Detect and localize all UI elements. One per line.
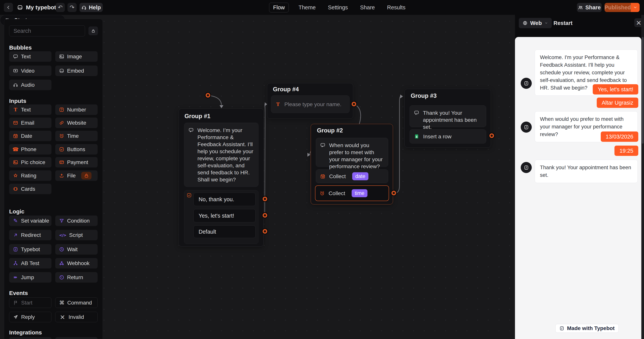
tab-share[interactable]: Share <box>358 3 377 12</box>
block-item-return[interactable]: Return <box>55 272 98 282</box>
group-2-title: Group #2 <box>317 127 343 134</box>
group-1-buttons-block[interactable]: No, thank you. Yes, let's start! Default <box>184 190 258 244</box>
block-item-jump[interactable]: Jump <box>9 272 52 282</box>
block-item-rating[interactable]: Rating <box>9 170 52 181</box>
help-button[interactable]: Help <box>80 3 103 12</box>
block-item-pic-choice[interactable]: Pic choice <box>9 157 52 168</box>
block-item-file[interactable]: File <box>55 170 98 181</box>
block-item-ab-test[interactable]: AB Test <box>9 258 52 268</box>
chat-bubble-icon <box>188 128 194 133</box>
google-sheets-icon <box>414 134 419 139</box>
tab-settings[interactable]: Settings <box>326 3 350 12</box>
search-input[interactable] <box>9 25 85 36</box>
user-reply: Altar Ugrasiz <box>597 98 638 108</box>
connection-dot-choice-3[interactable] <box>263 229 267 234</box>
group-2-message: When would you prefer to meet with your … <box>329 142 384 170</box>
group-3-message: Thank you! Your appointment has been set… <box>423 110 482 130</box>
block-item-condition[interactable]: Condition <box>55 216 98 226</box>
event-item-reply[interactable]: Reply <box>9 312 52 322</box>
block-item-time[interactable]: Time <box>55 131 98 141</box>
block-item-text-input[interactable]: TText <box>9 104 52 115</box>
block-item-email[interactable]: Email <box>9 118 52 128</box>
block-item-website[interactable]: Website <box>55 118 98 128</box>
group-1-title: Group #1 <box>184 113 210 120</box>
undo-icon: ↶ <box>57 4 63 10</box>
video-icon <box>13 68 18 73</box>
group-3[interactable]: Group #3 Thank you! Your appointment has… <box>404 89 491 148</box>
block-item-number[interactable]: Number <box>55 104 98 115</box>
command-icon: ⌘ <box>59 300 64 305</box>
chat-bubble-icon <box>320 142 325 148</box>
connection-dot-choice-2[interactable] <box>263 213 267 218</box>
tab-theme[interactable]: Theme <box>296 3 318 12</box>
typebot-name: My typebot <box>26 0 56 15</box>
flag-icon <box>13 300 18 305</box>
block-item-embed[interactable]: Embed <box>55 66 98 76</box>
block-item-set-variable[interactable]: ✎Set variable <box>9 216 52 226</box>
scrollbar-thumb[interactable] <box>642 37 644 144</box>
published-button[interactable]: Published <box>604 3 631 12</box>
clock-icon <box>59 247 64 252</box>
connection-dot-group-3[interactable] <box>490 134 494 138</box>
publish-dropdown-button[interactable] <box>631 3 640 12</box>
sidebar-lock-button[interactable] <box>88 26 98 35</box>
tab-flow[interactable]: Flow <box>269 3 289 12</box>
block-item-typebot[interactable]: Typebot <box>9 244 52 254</box>
group-2-time-block[interactable]: Collecttime <box>315 186 389 201</box>
choice-item[interactable]: Default <box>194 226 256 238</box>
block-item-wait[interactable]: Wait <box>55 244 98 254</box>
block-item-integration[interactable] <box>55 337 98 339</box>
tab-results[interactable]: Results <box>384 3 408 12</box>
help-label: Help <box>89 4 101 11</box>
section-logic: Logic <box>9 208 24 215</box>
group-1[interactable]: Group #1 Welcome. I’m your Performance &… <box>178 108 264 246</box>
collect-time-label: Collect <box>328 190 345 196</box>
block-item-integration[interactable] <box>9 337 52 339</box>
connection-dot-start[interactable] <box>206 93 210 98</box>
event-item-command[interactable]: ⌘Command <box>55 298 98 308</box>
block-item-redirect[interactable]: Redirect <box>9 230 52 240</box>
lock-icon <box>84 173 89 178</box>
redo-button[interactable]: ↷ <box>68 3 76 12</box>
connection-dot-group-4[interactable] <box>352 102 356 106</box>
block-item-date[interactable]: Date <box>9 131 52 141</box>
block-item-image[interactable]: Image <box>55 51 98 62</box>
group-3-text-block[interactable]: Thank you! Your appointment has been set… <box>410 106 486 127</box>
group-2-date-block[interactable]: Collectdate <box>316 170 388 183</box>
block-item-cards[interactable]: Cards <box>9 184 52 194</box>
group-2-text-block[interactable]: When would you prefer to meet with your … <box>316 138 388 167</box>
editor-tabs: Flow Theme Settings Share Results <box>269 0 408 15</box>
typebot-logo-icon <box>524 81 529 86</box>
group-1-text-block[interactable]: Welcome. I’m your Performance & Feedback… <box>184 123 258 187</box>
picture-icon <box>13 160 18 165</box>
event-item-invalid[interactable]: ×Invalid <box>55 312 98 322</box>
group-4[interactable]: Group #4 T Please type your name. <box>267 83 353 119</box>
group-4-text-input-block[interactable]: T Please type your name. <box>271 96 350 113</box>
blocks-sidebar: Bubbles Text Image Video Embed Audio Inp… <box>4 19 103 339</box>
choice-item[interactable]: No, thank you. <box>194 193 256 206</box>
group-4-title: Group #4 <box>273 86 299 93</box>
choice-item[interactable]: Yes, let's start! <box>194 209 256 222</box>
block-item-phone[interactable]: ☎Phone <box>9 144 52 154</box>
block-item-buttons[interactable]: Buttons <box>55 144 98 154</box>
group-2[interactable]: Group #2 When would you prefer to meet w… <box>311 124 393 204</box>
block-item-webhook[interactable]: Webhook <box>55 258 98 268</box>
email-icon <box>13 120 18 126</box>
block-item-payment[interactable]: Payment <box>55 157 98 168</box>
back-button[interactable] <box>4 3 13 12</box>
runtime-dropdown[interactable]: Web <box>519 18 552 28</box>
connection-dot-choice-1[interactable] <box>263 197 267 201</box>
share-button[interactable]: Share <box>577 3 602 12</box>
check-square-icon <box>59 147 64 152</box>
made-with-typebot-badge[interactable]: Made with Typebot <box>556 324 619 333</box>
section-events: Events <box>9 290 28 296</box>
block-item-script[interactable]: </>Script <box>55 230 98 240</box>
group-3-sheets-block[interactable]: Insert a row <box>410 130 486 144</box>
connection-dot-group-2[interactable] <box>392 191 396 195</box>
block-item-audio[interactable]: Audio <box>9 80 52 90</box>
restart-button[interactable]: Restart <box>554 18 572 28</box>
block-item-video[interactable]: Video <box>9 66 52 76</box>
undo-button[interactable]: ↶ <box>56 3 65 12</box>
block-item-text-bubble[interactable]: Text <box>9 51 52 62</box>
send-icon <box>13 314 18 320</box>
